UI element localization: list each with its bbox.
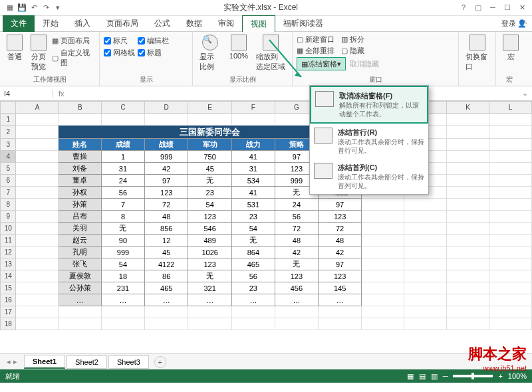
expand-formula-icon[interactable]: ⌄ [518, 89, 532, 98]
data-cell[interactable]: 无 [231, 235, 275, 246]
chk-gridlines[interactable]: 网格线 [104, 48, 135, 58]
data-cell[interactable]: 公孙策 [59, 282, 102, 294]
data-cell[interactable]: … [318, 294, 361, 306]
data-cell[interactable]: 董卓 [59, 175, 102, 187]
col-header[interactable]: B [59, 102, 102, 114]
name-box[interactable]: I4 [0, 90, 53, 98]
col-header[interactable]: F [231, 102, 275, 114]
data-cell[interactable]: 97 [145, 175, 188, 187]
split-button[interactable]: ▥ 拆分 [341, 35, 364, 45]
data-cell[interactable]: … [59, 294, 102, 306]
data-cell[interactable]: 999 [145, 151, 188, 163]
data-cell[interactable]: 赵云 [59, 235, 102, 246]
data-cell[interactable]: 123 [188, 258, 231, 270]
data-cell[interactable]: 86 [145, 270, 188, 282]
data-cell[interactable]: … [275, 294, 318, 306]
row-header[interactable]: 2 [1, 126, 16, 139]
data-cell[interactable]: 465 [231, 258, 275, 270]
chk-headings[interactable]: 标题 [138, 48, 169, 58]
macro-button[interactable]: 宏 [500, 33, 521, 63]
col-header[interactable]: L [489, 102, 532, 114]
data-cell[interactable]: 曹操 [59, 151, 102, 163]
row-header[interactable]: 13 [1, 258, 16, 270]
view-normal-button[interactable]: 普通 [4, 33, 25, 63]
data-cell[interactable]: 123 [318, 270, 361, 282]
data-cell[interactable]: 123 [145, 187, 188, 199]
data-cell[interactable]: 42 [145, 163, 188, 175]
data-cell[interactable]: 孔明 [59, 246, 102, 258]
tab-insert[interactable]: 插入 [66, 15, 98, 32]
close-icon[interactable]: ✕ [517, 3, 527, 12]
arrange-button[interactable]: ▦ 全部重排 [297, 46, 334, 56]
data-cell[interactable]: 54 [101, 258, 144, 270]
new-window-button[interactable]: ▢ 新建窗口 [297, 35, 334, 45]
help-icon[interactable]: ? [459, 3, 468, 12]
data-cell[interactable]: 41 [231, 151, 275, 163]
data-cell[interactable]: 23 [188, 187, 231, 199]
data-cell[interactable]: 41 [231, 187, 275, 199]
row-header[interactable]: 10 [1, 223, 16, 235]
col-header[interactable]: D [145, 102, 188, 114]
view-layout-status[interactable]: ▤ [419, 372, 426, 381]
data-cell[interactable]: 无 [188, 175, 231, 187]
data-cell[interactable]: 465 [145, 282, 188, 294]
hide-button[interactable]: ▢ 隐藏 [341, 46, 364, 56]
tab-view[interactable]: 视图 [242, 15, 275, 33]
data-cell[interactable]: … [145, 294, 188, 306]
data-cell[interactable]: 72 [145, 199, 188, 211]
tab-reader[interactable]: 福昕阅读器 [275, 15, 331, 32]
data-cell[interactable]: 123 [318, 211, 361, 223]
row-header[interactable]: 18 [1, 318, 16, 330]
data-cell[interactable]: 534 [231, 175, 275, 187]
col-header[interactable]: K [447, 102, 489, 114]
freeze-first-col-item[interactable]: 冻结首列(C)滚动工作表其余部分时，保持首列可见。 [310, 159, 428, 194]
data-cell[interactable]: 23 [231, 211, 275, 223]
zoom-selection-button[interactable]: 缩放到 选定区域 [253, 33, 288, 73]
row-header[interactable]: 4 [1, 151, 16, 163]
data-cell[interactable]: 864 [231, 246, 275, 258]
view-normal-status[interactable]: ▦ [407, 372, 414, 381]
data-cell[interactable]: 24 [275, 199, 318, 211]
data-cell[interactable]: 90 [101, 235, 144, 246]
col-header[interactable]: A [16, 102, 59, 114]
data-cell[interactable]: 97 [318, 258, 361, 270]
data-cell[interactable]: 无 [101, 223, 144, 235]
data-cell[interactable]: … [188, 294, 231, 306]
zoom-button[interactable]: 🔍显示比例 [197, 33, 224, 73]
zoom-100-button[interactable]: 100% [227, 33, 251, 61]
row-header[interactable]: 6 [1, 175, 16, 187]
tab-review[interactable]: 审阅 [210, 15, 242, 32]
row-header[interactable]: 3 [1, 139, 16, 151]
data-cell[interactable]: 8 [101, 211, 144, 223]
row-header[interactable]: 9 [1, 211, 16, 223]
freeze-top-row-item[interactable]: 冻结首行(R)滚动工作表其余部分时，保持首行可见。 [310, 124, 428, 159]
data-cell[interactable]: 1026 [188, 246, 231, 258]
data-cell[interactable]: 31 [231, 163, 275, 175]
data-cell[interactable]: 145 [318, 282, 361, 294]
row-header[interactable]: 16 [1, 294, 16, 306]
tab-data[interactable]: 数据 [178, 15, 210, 32]
sheet-nav-last[interactable]: ▸ [13, 357, 17, 366]
chk-ruler[interactable]: 标尺 [104, 36, 135, 46]
data-cell[interactable]: 72 [275, 223, 318, 235]
data-cell[interactable]: 856 [145, 223, 188, 235]
data-cell[interactable]: 456 [275, 282, 318, 294]
data-cell[interactable]: 48 [145, 211, 188, 223]
data-cell[interactable]: 72 [318, 223, 361, 235]
zoom-out[interactable]: ─ [443, 372, 448, 380]
data-cell[interactable]: 刘备 [59, 163, 102, 175]
data-cell[interactable]: 7 [101, 199, 144, 211]
tab-file[interactable]: 文件 [3, 15, 35, 32]
switch-window-button[interactable]: 切换窗口 [463, 33, 491, 73]
row-header[interactable]: 17 [1, 306, 16, 318]
view-break-status[interactable]: ▥ [431, 372, 438, 381]
view-pagebreak-button[interactable]: 分页 预览 [28, 33, 49, 73]
sheet-tab-2[interactable]: Sheet2 [66, 355, 107, 369]
data-cell[interactable]: 56 [275, 211, 318, 223]
collapse-ribbon-icon[interactable]: ㅅ [521, 17, 528, 27]
data-cell[interactable]: 489 [188, 235, 231, 246]
data-cell[interactable]: 97 [318, 199, 361, 211]
data-cell[interactable]: … [231, 294, 275, 306]
freeze-panes-button[interactable]: ▦ 冻结窗格 ▾ [297, 57, 346, 70]
zoom-in[interactable]: + [498, 372, 502, 380]
